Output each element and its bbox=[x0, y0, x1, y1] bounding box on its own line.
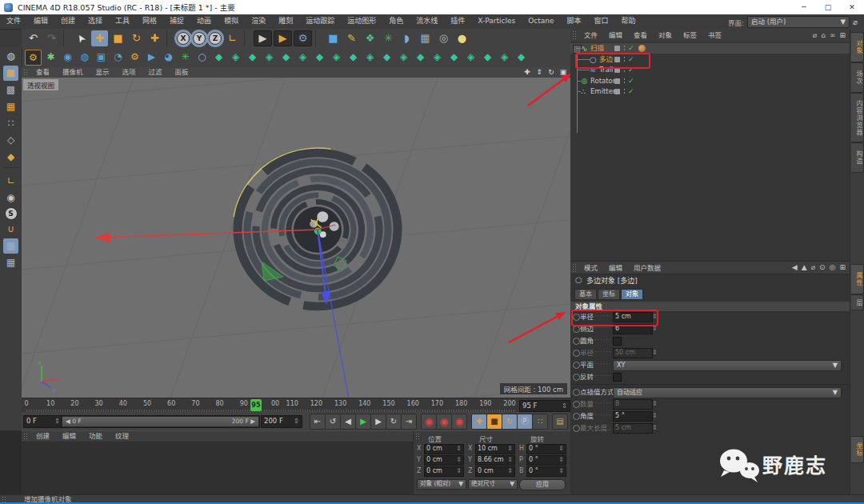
scale-tool-icon[interactable]: ■ bbox=[110, 30, 126, 46]
menu-item-1[interactable]: 编辑 bbox=[27, 14, 54, 28]
stepper-icon[interactable]: ⇕ bbox=[294, 416, 299, 427]
tab-coord[interactable]: 坐标 bbox=[598, 289, 620, 300]
am-menu-0[interactable]: 模式 bbox=[578, 262, 603, 274]
add-light-button-icon[interactable]: ● bbox=[454, 30, 470, 46]
object-row-trail[interactable]: ≈Trail✓ bbox=[570, 65, 850, 75]
xp-mod-14-icon[interactable]: ◈ bbox=[430, 50, 445, 65]
am-history-icon[interactable]: ◎ bbox=[830, 262, 836, 274]
keyframe-dot-icon[interactable] bbox=[573, 413, 580, 420]
range-end-spinner[interactable]: 200 F⇕ bbox=[261, 415, 302, 428]
enable-toggle[interactable]: ✓ bbox=[628, 43, 634, 54]
keyframe-dot-icon[interactable] bbox=[573, 374, 580, 381]
render-visibility-toggle[interactable] bbox=[623, 56, 626, 63]
tab-content-browser[interactable]: 内容浏览器 bbox=[851, 93, 864, 142]
stepper-icon[interactable]: ⇕ bbox=[652, 348, 658, 358]
tab-takes[interactable]: 场次 bbox=[851, 62, 864, 93]
current-frame-field[interactable]: 95 F ⇕ bbox=[519, 400, 570, 412]
points-mode-button-icon[interactable]: ∷ bbox=[3, 116, 18, 131]
last-tool-icon[interactable]: ✚ bbox=[146, 30, 163, 46]
menu-item-3[interactable]: 选择 bbox=[82, 14, 109, 28]
add-floor-button-icon[interactable]: ▦ bbox=[417, 30, 434, 46]
search-icon[interactable]: ⌀ bbox=[853, 18, 858, 26]
menu-item-20[interactable]: 帮助 bbox=[615, 14, 642, 28]
autokeying-button[interactable]: ◉ bbox=[436, 414, 452, 430]
stepper-icon[interactable]: ⇕ bbox=[54, 416, 60, 427]
tab-basic[interactable]: 基本 bbox=[574, 289, 597, 300]
om-menu-2[interactable]: 查看 bbox=[628, 29, 653, 42]
stepper-icon[interactable]: ⇕ bbox=[507, 467, 513, 476]
record-keyframe-button[interactable]: ◉ bbox=[421, 414, 437, 430]
xp-mod-7-icon[interactable]: ◆ bbox=[312, 50, 327, 65]
attr-value-field[interactable]: 5 ° bbox=[613, 411, 653, 422]
menu-item-17[interactable]: Octane bbox=[522, 14, 560, 28]
xp-mod-18-icon[interactable]: ◈ bbox=[497, 50, 512, 65]
object-name[interactable]: Emitter bbox=[590, 86, 615, 97]
stepper-icon[interactable]: ⇕ bbox=[652, 411, 658, 421]
am-panel-icon[interactable]: ⊞ bbox=[839, 262, 846, 274]
goto-start-button[interactable]: ⇤ bbox=[310, 414, 326, 430]
xp-mod-6-icon[interactable]: ◈ bbox=[295, 50, 310, 65]
attr-checkbox[interactable] bbox=[613, 373, 622, 382]
xp-mod-19-icon[interactable]: ◆ bbox=[514, 50, 529, 65]
attr-value-field[interactable]: 5 cm bbox=[613, 423, 653, 434]
play-reverse-button[interactable]: ↺ bbox=[325, 414, 341, 430]
xp-mod-15-icon[interactable]: ◆ bbox=[446, 50, 462, 65]
attr-dropdown[interactable]: 自动适应▼ bbox=[613, 387, 842, 398]
editor-visibility-toggle[interactable] bbox=[614, 78, 620, 84]
om-home-icon[interactable]: ⌂ bbox=[821, 29, 826, 42]
live-selection-tool-icon[interactable]: ➤ bbox=[70, 26, 93, 49]
undo-button-icon[interactable]: ↶ bbox=[25, 30, 42, 46]
coord-value-field[interactable]: 0 cm⇕ bbox=[424, 455, 464, 466]
om-search-icon[interactable]: ⌀ bbox=[813, 29, 817, 42]
xp-mod-8-icon[interactable]: ◈ bbox=[329, 50, 344, 65]
timeline-panel-button[interactable]: ▤ bbox=[552, 414, 568, 430]
enable-toggle[interactable]: ✓ bbox=[628, 86, 634, 97]
key-scale-button[interactable]: ■ bbox=[486, 414, 502, 430]
om-panel-icon[interactable]: ⊞ bbox=[839, 29, 846, 42]
keyframe-dot-icon[interactable] bbox=[573, 362, 580, 369]
xp-mod-4-icon[interactable]: ◈ bbox=[262, 50, 277, 65]
coord-system-toggle-icon[interactable]: ∟ bbox=[224, 30, 241, 46]
keyframe-dot-icon[interactable] bbox=[573, 326, 580, 333]
playhead[interactable]: 95 bbox=[250, 399, 262, 411]
phong-tag-icon[interactable] bbox=[638, 45, 646, 52]
keyframe-dot-icon[interactable] bbox=[573, 401, 580, 408]
xp-mod-12-icon[interactable]: ◈ bbox=[396, 50, 411, 65]
xp-mod-3-icon[interactable]: ◆ bbox=[245, 50, 260, 65]
material-menu-2[interactable]: 功能 bbox=[82, 431, 109, 442]
menu-item-15[interactable]: 插件 bbox=[444, 14, 471, 28]
attr-value-field[interactable]: 50 cm bbox=[613, 348, 653, 358]
add-deformer-button-icon[interactable]: ✳ bbox=[380, 30, 397, 46]
keyframe-dot-icon[interactable] bbox=[573, 338, 580, 345]
tab-structure[interactable]: 构造 bbox=[851, 142, 864, 173]
lock-y-axis-button-icon[interactable]: Y bbox=[193, 32, 206, 45]
object-row-rotator[interactable]: ⊛Rotator✓ bbox=[570, 76, 850, 86]
attr-value-field[interactable]: 6 bbox=[613, 324, 653, 334]
menu-item-5[interactable]: 网格 bbox=[136, 14, 163, 28]
coord-value-field[interactable]: 0 cm⇕ bbox=[475, 466, 515, 477]
render-settings-button-icon[interactable]: ▶ bbox=[274, 30, 292, 46]
menu-item-4[interactable]: 工具 bbox=[109, 14, 136, 28]
menu-item-18[interactable]: 脚本 bbox=[561, 14, 588, 28]
coord-value-field[interactable]: 0 °⇕ bbox=[526, 466, 566, 477]
material-menu-0[interactable]: 创建 bbox=[30, 431, 56, 442]
viewport-menu-5[interactable]: 面板 bbox=[169, 67, 195, 78]
menu-item-13[interactable]: 角色 bbox=[382, 14, 410, 28]
menu-item-14[interactable]: 流水线 bbox=[410, 14, 444, 28]
object-row-emitter[interactable]: ∴Emitter✓ bbox=[570, 86, 850, 97]
object-name[interactable]: 多边 bbox=[599, 54, 613, 65]
menu-item-12[interactable]: 运动图形 bbox=[341, 14, 382, 28]
timeline-range-slider[interactable]: ◀ 0 F200 F ▶ bbox=[61, 415, 260, 428]
workplane-mode-button-icon[interactable]: ▦ bbox=[3, 99, 18, 114]
am-up-icon[interactable]: ▲ bbox=[802, 262, 807, 274]
viewport-filter-button-icon[interactable]: ◉ bbox=[3, 190, 18, 206]
add-primitive-button-icon[interactable]: ■ bbox=[325, 30, 342, 46]
menu-item-19[interactable]: 窗口 bbox=[588, 14, 615, 28]
attr-value-field[interactable]: 5 cm bbox=[613, 312, 653, 322]
move-tool-icon[interactable]: ✚ bbox=[91, 30, 108, 46]
viewport-menu-3[interactable]: 选项 bbox=[116, 67, 142, 78]
stepper-icon[interactable]: ⇕ bbox=[558, 445, 564, 454]
key-rotation-button[interactable]: ↻ bbox=[502, 414, 518, 430]
om-menu-4[interactable]: 标签 bbox=[678, 29, 702, 42]
editor-visibility-toggle[interactable] bbox=[614, 67, 620, 73]
